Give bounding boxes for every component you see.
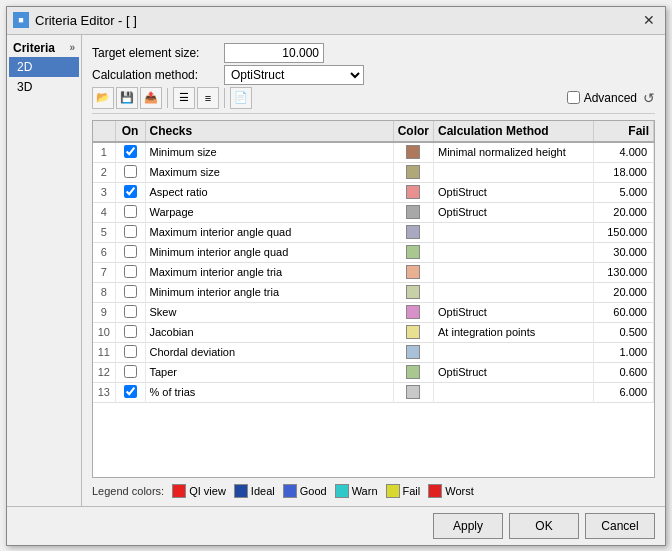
row-checkbox[interactable] [124,145,137,158]
row-check: Chordal deviation [145,342,393,362]
row-on[interactable] [115,142,145,163]
row-fail: 60.000 [594,302,654,322]
row-checkbox[interactable] [124,225,137,238]
row-fail: 30.000 [594,242,654,262]
row-on[interactable] [115,342,145,362]
row-color[interactable] [393,282,433,302]
row-check: % of trias [145,382,393,402]
row-color[interactable] [393,222,433,242]
row-color[interactable] [393,362,433,382]
sidebar-header: Criteria » [9,39,79,57]
criteria-table: On Checks Color Calculation Method Fail … [93,121,654,403]
row-check: Maximum interior angle tria [145,262,393,282]
row-method [434,222,594,242]
row-color[interactable] [393,262,433,282]
row-checkbox[interactable] [124,285,137,298]
close-button[interactable]: ✕ [639,12,659,28]
target-size-input[interactable] [224,43,324,63]
color-swatch[interactable] [406,345,420,359]
row-color[interactable] [393,162,433,182]
color-swatch[interactable] [406,305,420,319]
toolbar-list2-btn[interactable]: ≡ [197,87,219,109]
row-checkbox[interactable] [124,345,137,358]
row-on[interactable] [115,162,145,182]
color-swatch[interactable] [406,365,420,379]
sidebar-item-3d[interactable]: 3D [9,77,79,97]
row-num: 10 [93,322,115,342]
toolbar-save-btn[interactable]: 💾 [116,87,138,109]
toolbar-doc-btn[interactable]: 📄 [230,87,252,109]
row-check: Jacobian [145,322,393,342]
col-checks: Checks [145,121,393,142]
row-checkbox[interactable] [124,305,137,318]
row-on[interactable] [115,202,145,222]
row-color[interactable] [393,142,433,163]
row-color[interactable] [393,182,433,202]
color-swatch[interactable] [406,205,420,219]
calc-method-select[interactable]: OptiStruct Custom None [224,65,364,85]
row-color[interactable] [393,322,433,342]
row-on[interactable] [115,242,145,262]
row-color[interactable] [393,242,433,262]
apply-button[interactable]: Apply [433,513,503,539]
row-on[interactable] [115,182,145,202]
col-color: Color [393,121,433,142]
row-method: OptiStruct [434,362,594,382]
row-method: At integration points [434,322,594,342]
row-fail: 4.000 [594,142,654,163]
refresh-button[interactable]: ↺ [643,90,655,106]
cancel-button[interactable]: Cancel [585,513,655,539]
legend-qi-label: QI view [189,485,226,497]
color-swatch[interactable] [406,145,420,159]
sidebar-item-2d[interactable]: 2D [9,57,79,77]
row-method [434,162,594,182]
color-swatch[interactable] [406,285,420,299]
table-row: 3 Aspect ratio OptiStruct 5.000 [93,182,654,202]
row-checkbox[interactable] [124,185,137,198]
row-on[interactable] [115,282,145,302]
row-on[interactable] [115,302,145,322]
table-row: 10 Jacobian At integration points 0.500 [93,322,654,342]
row-num: 4 [93,202,115,222]
color-swatch[interactable] [406,265,420,279]
row-method [434,382,594,402]
row-on[interactable] [115,222,145,242]
legend-qi-swatch [172,484,186,498]
row-fail: 18.000 [594,162,654,182]
legend-good: Good [283,484,327,498]
row-checkbox[interactable] [124,265,137,278]
color-swatch[interactable] [406,245,420,259]
row-checkbox[interactable] [124,205,137,218]
toolbar-open-btn[interactable]: 📂 [92,87,114,109]
row-color[interactable] [393,202,433,222]
row-num: 5 [93,222,115,242]
row-checkbox[interactable] [124,385,137,398]
color-swatch[interactable] [406,165,420,179]
row-color[interactable] [393,342,433,362]
legend-qi: QI view [172,484,226,498]
toolbar-export-btn[interactable]: 📤 [140,87,162,109]
row-on[interactable] [115,322,145,342]
toolbar: 📂 💾 📤 ☰ ≡ 📄 Advanced ↺ [92,87,655,114]
ok-button[interactable]: OK [509,513,579,539]
calc-method-row: Calculation method: OptiStruct Custom No… [92,65,655,85]
toolbar-list1-btn[interactable]: ☰ [173,87,195,109]
advanced-label[interactable]: Advanced [584,91,637,105]
row-on[interactable] [115,262,145,282]
row-checkbox[interactable] [124,245,137,258]
row-checkbox[interactable] [124,365,137,378]
advanced-checkbox[interactable] [567,91,580,104]
row-checkbox[interactable] [124,165,137,178]
row-on[interactable] [115,382,145,402]
color-swatch[interactable] [406,325,420,339]
color-swatch[interactable] [406,185,420,199]
row-on[interactable] [115,362,145,382]
sidebar-expand-icon[interactable]: » [69,42,75,53]
color-swatch[interactable] [406,385,420,399]
color-swatch[interactable] [406,225,420,239]
col-on: On [115,121,145,142]
row-color[interactable] [393,302,433,322]
row-fail: 150.000 [594,222,654,242]
row-color[interactable] [393,382,433,402]
row-checkbox[interactable] [124,325,137,338]
